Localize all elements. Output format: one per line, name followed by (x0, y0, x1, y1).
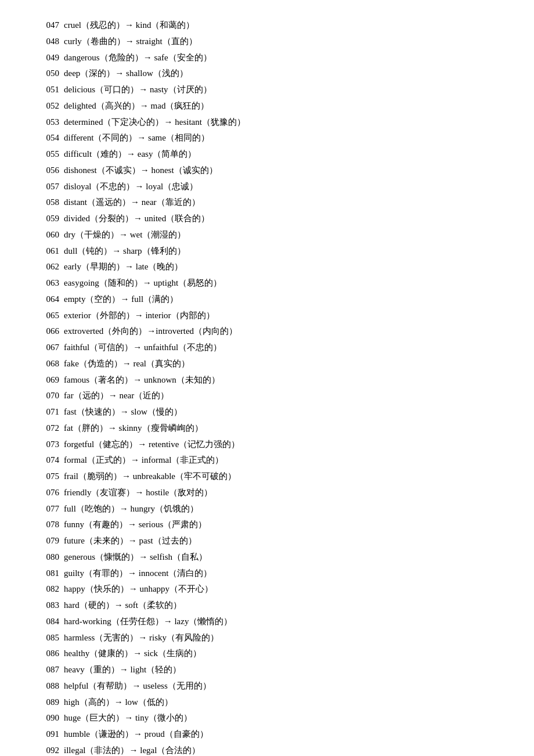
list-item: 062early（早期的）→ late（晚的） (35, 259, 499, 275)
entry-number: 050 (35, 66, 59, 82)
list-item: 070far（远的）→ near（近的） (35, 388, 499, 404)
entry-text: guilty（有罪的）→ innocent（清白的） (64, 566, 499, 582)
entry-text: dangerous（危险的）→ safe（安全的） (64, 50, 499, 66)
entry-number: 088 (35, 678, 59, 694)
entry-text: distant（遥远的）→ near（靠近的） (64, 195, 499, 211)
entry-number: 091 (35, 726, 59, 743)
entry-number: 075 (35, 469, 59, 485)
entry-number: 054 (35, 130, 59, 146)
entry-text: famous（著名的）→ unknown（未知的） (64, 372, 499, 388)
entry-text: difficult（难的）→ easy（简单的） (64, 146, 499, 163)
entry-number: 060 (35, 227, 59, 243)
entry-number: 073 (35, 437, 59, 453)
word-list: 047cruel（残忍的）→ kind（和蔼的）048curly（卷曲的）→ s… (35, 17, 499, 756)
entry-text: huge（巨大的）→ tiny（微小的） (64, 710, 499, 726)
list-item: 064empty（空的）→ full（满的） (35, 291, 499, 308)
entry-number: 084 (35, 614, 59, 630)
list-item: 092illegal（非法的）→ legal（合法的） (35, 743, 499, 756)
entry-text: early（早期的）→ late（晚的） (64, 259, 499, 275)
entry-number: 086 (35, 646, 59, 662)
entry-number: 057 (35, 179, 59, 195)
entry-number: 053 (35, 114, 59, 131)
list-item: 082happy（快乐的）→ unhappy（不开心） (35, 581, 499, 597)
entry-text: funny（有趣的）→ serious（严肃的） (64, 517, 499, 533)
list-item: 079future（未来的）→ past（过去的） (35, 533, 499, 549)
list-item: 089high（高的）→ low（低的） (35, 694, 499, 711)
list-item: 072fat（胖的）→ skinny（瘦骨嶙峋的） (35, 420, 499, 437)
entry-number: 070 (35, 388, 59, 404)
entry-number: 074 (35, 452, 59, 469)
entry-text: heavy（重的）→ light（轻的） (64, 662, 499, 678)
entry-text: divided（分裂的）→ united（联合的） (64, 211, 499, 227)
entry-number: 087 (35, 662, 59, 678)
entry-number: 077 (35, 501, 59, 517)
list-item: 054different（不同的）→ same（相同的） (35, 130, 499, 146)
entry-number: 076 (35, 485, 59, 501)
entry-number: 069 (35, 372, 59, 388)
entry-number: 081 (35, 566, 59, 582)
list-item: 074formal（正式的）→ informal（非正式的） (35, 452, 499, 469)
entry-number: 080 (35, 549, 59, 566)
entry-text: generous（慷慨的）→ selfish（自私） (64, 549, 499, 566)
list-item: 087heavy（重的）→ light（轻的） (35, 662, 499, 678)
list-item: 090huge（巨大的）→ tiny（微小的） (35, 710, 499, 726)
entry-number: 085 (35, 630, 59, 646)
entry-number: 062 (35, 259, 59, 275)
list-item: 085harmless（无害的）→ risky（有风险的） (35, 630, 499, 646)
list-item: 068fake（伪造的）→ real（真实的） (35, 356, 499, 372)
entry-text: delicious（可口的）→ nasty（讨厌的） (64, 82, 499, 98)
entry-number: 071 (35, 404, 59, 420)
entry-number: 066 (35, 323, 59, 340)
list-item: 086healthy（健康的）→ sick（生病的） (35, 646, 499, 662)
list-item: 067faithful（可信的）→ unfaithful（不忠的） (35, 340, 499, 356)
entry-number: 064 (35, 291, 59, 308)
entry-number: 052 (35, 98, 59, 114)
entry-text: cruel（残忍的）→ kind（和蔼的） (64, 17, 499, 34)
list-item: 056dishonest（不诚实）→ honest（诚实的） (35, 163, 499, 179)
entry-text: illegal（非法的）→ legal（合法的） (64, 743, 499, 756)
entry-number: 083 (35, 597, 59, 614)
entry-text: fake（伪造的）→ real（真实的） (64, 356, 499, 372)
entry-text: determined（下定决心的）→ hesitant（犹豫的） (64, 114, 499, 131)
entry-number: 079 (35, 533, 59, 549)
entry-text: dishonest（不诚实）→ honest（诚实的） (64, 163, 499, 179)
list-item: 049dangerous（危险的）→ safe（安全的） (35, 50, 499, 66)
list-item: 081guilty（有罪的）→ innocent（清白的） (35, 566, 499, 582)
entry-text: full（吃饱的）→ hungry（饥饿的） (64, 501, 499, 517)
entry-number: 068 (35, 356, 59, 372)
entry-text: hard（硬的）→ soft（柔软的） (64, 597, 499, 614)
entry-number: 067 (35, 340, 59, 356)
entry-text: high（高的）→ low（低的） (64, 694, 499, 711)
list-item: 091humble（谦逊的）→ proud（自豪的） (35, 726, 499, 743)
entry-number: 092 (35, 743, 59, 756)
list-item: 078funny（有趣的）→ serious（严肃的） (35, 517, 499, 533)
entry-number: 072 (35, 420, 59, 437)
entry-number: 061 (35, 243, 59, 260)
list-item: 051delicious（可口的）→ nasty（讨厌的） (35, 82, 499, 98)
entry-text: frail（脆弱的）→ unbreakable（牢不可破的） (64, 469, 499, 485)
list-item: 057disloyal（不忠的）→ loyal（忠诚） (35, 179, 499, 195)
list-item: 063easygoing（随和的）→ uptight（易怒的） (35, 275, 499, 291)
entry-text: helpful（有帮助）→ useless（无用的） (64, 678, 499, 694)
list-item: 058distant（遥远的）→ near（靠近的） (35, 195, 499, 211)
entry-number: 089 (35, 694, 59, 711)
list-item: 075frail（脆弱的）→ unbreakable（牢不可破的） (35, 469, 499, 485)
list-item: 047cruel（残忍的）→ kind（和蔼的） (35, 17, 499, 34)
entry-text: exterior（外部的）→ interior（内部的） (64, 308, 499, 324)
entry-number: 051 (35, 82, 59, 98)
entry-text: fat（胖的）→ skinny（瘦骨嶙峋的） (64, 420, 499, 437)
list-item: 066 extroverted（外向的）→introverted（内向的） (35, 323, 499, 340)
entry-number: 047 (35, 17, 59, 34)
list-item: 083hard（硬的）→ soft（柔软的） (35, 597, 499, 614)
entry-number: 082 (35, 581, 59, 597)
entry-text: happy（快乐的）→ unhappy（不开心） (64, 581, 499, 597)
entry-text: dull（钝的）→ sharp（锋利的） (64, 243, 499, 260)
entry-text: forgetful（健忘的）→ retentive（记忆力强的） (64, 437, 499, 453)
list-item: 065exterior（外部的）→ interior（内部的） (35, 308, 499, 324)
entry-text: faithful（可信的）→ unfaithful（不忠的） (64, 340, 499, 356)
entry-number: 058 (35, 195, 59, 211)
list-item: 073forgetful（健忘的）→ retentive（记忆力强的） (35, 437, 499, 453)
list-item: 050deep（深的）→ shallow（浅的） (35, 66, 499, 82)
list-item: 080generous（慷慨的）→ selfish（自私） (35, 549, 499, 566)
entry-number: 048 (35, 34, 59, 50)
